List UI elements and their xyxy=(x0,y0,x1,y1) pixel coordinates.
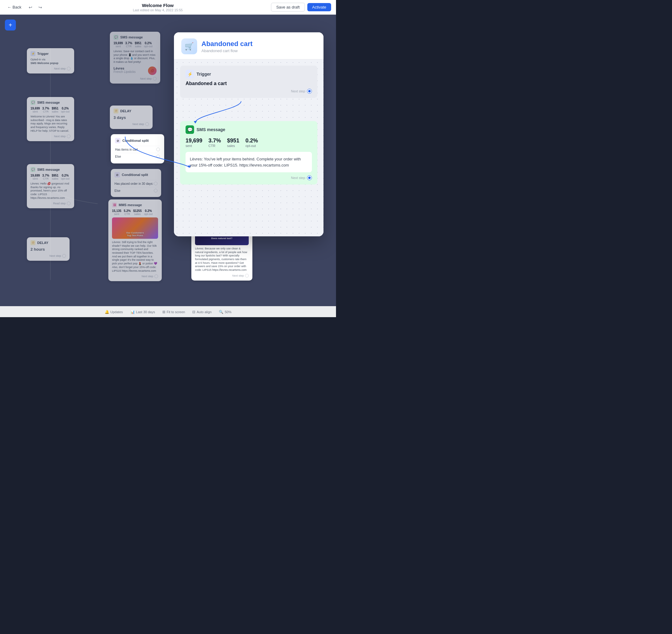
delay-header: ⏱ DELAY xyxy=(30,240,66,245)
trigger-node[interactable]: ⚡ Trigger Opted-in via SMS Welcome popup… xyxy=(27,48,74,73)
stat-optout-lbl: opt-out xyxy=(245,144,258,148)
sms2-text: Lèvres: Hello 💋 gorgeous! And thanks for… xyxy=(30,182,70,200)
delay-title: DELAY xyxy=(37,241,48,245)
sms1-title: SMS message xyxy=(37,101,60,104)
next-step-dot xyxy=(62,254,66,258)
popup-sms-header: 💬 SMS message xyxy=(186,125,312,134)
conditional-split-2[interactable]: ⊘ Conditional split Has placed order in … xyxy=(111,169,161,197)
connector-arrow-svg xyxy=(180,100,302,124)
delay-node[interactable]: ⏱ DELAY 2 hours Next step xyxy=(27,237,70,261)
popup-card: 🛒 Abandoned cart Abandoned cart flow ⚡ T… xyxy=(174,32,324,236)
mms-image-text: Our CustomersTop Ten Picks xyxy=(114,231,156,237)
split2-header: ⊘ Conditional split xyxy=(114,172,158,177)
popup-sms-block[interactable]: 💬 SMS message 19,699 sent 3.7% CTR $951 … xyxy=(180,121,317,185)
top-sms-header: 💬 SMS message xyxy=(114,35,157,40)
split1-condition1: Has items in cart xyxy=(115,146,160,153)
popup-header-text: Abandoned cart Abandoned cart flow xyxy=(202,40,252,53)
delay3-node[interactable]: ⏱ DELAY 3 days Next step xyxy=(110,105,153,129)
activate-button[interactable]: Activate xyxy=(307,3,331,11)
sms2-title: SMS message xyxy=(37,168,60,171)
mms-large-title: MMS message xyxy=(119,203,142,207)
right-mms-image-text: Does natural last? xyxy=(211,237,232,240)
next-step-dot xyxy=(153,77,157,80)
popup-trigger-desc: Abandoned a cart xyxy=(186,81,312,86)
last30-toolbar-item[interactable]: 📊 Last 30 days xyxy=(130,310,155,314)
next-step-dot xyxy=(245,274,249,277)
stat-ctr-val: 3.7% xyxy=(208,138,221,144)
top-sms-stats: 19,699sent 3.7%CTR $951sales 0.2%opt-out xyxy=(114,42,157,48)
delay3-value: 3 days xyxy=(114,115,149,120)
conditional-split-1[interactable]: ⊘ Conditional split Has items in cart El… xyxy=(111,134,164,164)
stat-sent-val: 19,699 xyxy=(186,138,202,144)
delay-next-step: Next step xyxy=(30,254,66,258)
mms-large-header: 🖼 MMS message xyxy=(112,202,158,208)
redo-button[interactable]: ↪ xyxy=(36,3,45,11)
zoom-toolbar-item[interactable]: 🔍 50% xyxy=(219,310,231,314)
popup-sms-next-dot xyxy=(307,175,312,180)
delay-icon: ⏱ xyxy=(30,240,36,245)
popup-trigger-header: ⚡ Trigger xyxy=(186,70,312,78)
sms1-node[interactable]: 💬 SMS message 19,699sent 3.7%CTR $951sal… xyxy=(27,97,74,141)
header-center: Welcome Flow Last edited on May 4, 2022 … xyxy=(133,3,183,12)
popup-trigger-icon: ⚡ xyxy=(186,70,194,78)
mms-large-text: Lèvres: Still trying to find the right s… xyxy=(112,241,158,273)
popup-trigger-next-step: Next step xyxy=(186,89,312,94)
stat-optout-val: 0.2% xyxy=(245,138,258,144)
trigger-label: Opted-in via xyxy=(30,58,70,62)
fit-label: Fit to screen xyxy=(167,310,185,314)
fit-icon: ⊞ xyxy=(162,310,165,314)
next-step-dot xyxy=(67,67,70,70)
next-step-dot xyxy=(67,201,70,205)
sms2-next-step: Read step xyxy=(30,201,70,205)
product-card: Lèvres French Lipsticks 💋 xyxy=(114,67,157,75)
updates-label: Updates xyxy=(111,310,123,314)
condition2-dot xyxy=(156,154,160,158)
node-header: ⚡ Trigger xyxy=(30,51,70,56)
popup-content: ⚡ Trigger Abandoned a cart Next step 💬 S… xyxy=(174,59,324,236)
stat-ctr-lbl: CTR xyxy=(208,144,221,148)
next-step-dot xyxy=(155,274,158,278)
split2-icon: ⊘ xyxy=(114,172,120,177)
save-draft-button[interactable]: Save as draft xyxy=(271,3,305,11)
mms-large-stats: 15,135sent 5.2%CTR $1255sales 0.2%opt-ou… xyxy=(112,209,158,216)
delay-value: 2 hours xyxy=(30,247,66,252)
stat-sent-lbl: sent xyxy=(186,144,202,148)
chart-icon: 📊 xyxy=(130,310,135,314)
plus-icon: + xyxy=(8,22,12,29)
trigger-next-step: Next step xyxy=(30,67,70,70)
popup-title: Abandoned cart xyxy=(202,40,252,48)
next-step-dot xyxy=(145,122,149,126)
back-label: Back xyxy=(13,5,21,9)
fit-to-screen-toolbar-item[interactable]: ⊞ Fit to screen xyxy=(162,310,185,314)
updates-toolbar-item[interactable]: 🔔 Updates xyxy=(105,310,123,314)
popup-trigger-next-dot xyxy=(307,89,312,94)
mms-large-next-step: Next step xyxy=(112,274,158,278)
sms1-text: Welcome to Lèvres! You are subscribed - … xyxy=(30,115,70,133)
back-button[interactable]: ← Back xyxy=(5,4,24,11)
undo-redo-group: ↩ ↪ xyxy=(26,3,45,11)
popup-sms-message: Lèvres: You've left your items behind. C… xyxy=(186,152,312,172)
top-sms-text: Lèvres: Save our contact card in your ph… xyxy=(114,50,157,64)
delay3-next-step: Next step xyxy=(114,122,149,126)
undo-button[interactable]: ↩ xyxy=(26,3,35,11)
zoom-label: 50% xyxy=(225,310,231,314)
split1-title: Conditional split xyxy=(122,139,148,142)
mms-large-node[interactable]: 🖼 MMS message 15,135sent 5.2%CTR $1255sa… xyxy=(108,199,162,281)
next-step-dot xyxy=(67,135,70,138)
condition2-dot xyxy=(154,189,158,192)
popup-trigger-block[interactable]: ⚡ Trigger Abandoned a cart Next step xyxy=(180,66,317,98)
popup-sms-stats: 19,699 sent 3.7% CTR $951 sales 0.2% opt… xyxy=(186,138,312,148)
condition1-dot xyxy=(156,148,160,151)
top-sms-node[interactable]: 💬 SMS message 19,699sent 3.7%CTR $951sal… xyxy=(110,32,160,83)
back-arrow-icon: ← xyxy=(7,5,11,9)
align-icon: ⊟ xyxy=(192,310,195,314)
bottom-toolbar: 🔔 Updates 📊 Last 30 days ⊞ Fit to screen… xyxy=(0,306,336,317)
add-node-button[interactable]: + xyxy=(5,20,16,30)
updates-icon: 🔔 xyxy=(105,310,109,314)
sms1-header: 💬 SMS message xyxy=(30,100,70,105)
sms2-node[interactable]: 💬 SMS message 19,699sent 3.7%CTR $951sal… xyxy=(27,164,74,208)
auto-align-toolbar-item[interactable]: ⊟ Auto align xyxy=(192,310,211,314)
top-sms-next-step: Next step xyxy=(114,77,157,80)
mms-large-image: Our CustomersTop Ten Picks xyxy=(112,217,158,239)
top-sms-icon: 💬 xyxy=(114,35,118,40)
